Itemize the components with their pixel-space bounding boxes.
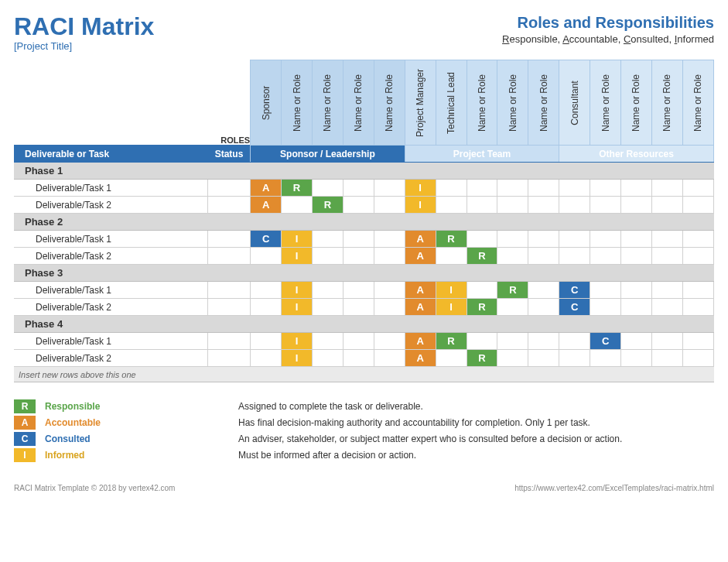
status-cell [208,197,251,214]
raci-cell [312,231,343,248]
task-name: Deliverable/Task 1 [14,282,208,299]
raci-cell [621,180,652,197]
raci-cell: R [467,248,497,265]
raci-cell [251,282,282,299]
raci-cell [621,197,652,214]
raci-cell [374,350,405,367]
role-header: Name or Role [528,60,559,146]
raci-cell [682,333,713,350]
insert-hint: Insert new rows above this one [14,367,714,382]
phase-header: Phase 3 [14,265,714,282]
role-header: Name or Role [651,60,682,146]
raci-cell [343,282,374,299]
raci-cell [651,180,682,197]
raci-cell [343,299,374,316]
raci-cell [497,333,528,350]
task-name: Deliverable/Task 1 [14,333,208,350]
raci-cell: C [559,299,590,316]
raci-cell [436,180,467,197]
raci-cell [528,231,559,248]
task-name: Deliverable/Task 1 [14,231,208,248]
raci-cell: A [405,333,436,350]
raci-cell [436,248,467,265]
table-row: Deliverable/Task 2ARI [14,197,714,214]
raci-cell [374,197,405,214]
group-header: Sponsor / Leadership [251,146,405,163]
table-row: Deliverable/Task 1CIAR [14,231,714,248]
table-row: Deliverable/Task 1IARC [14,333,714,350]
group-header: Other Resources [559,146,714,163]
legend-swatch: A [14,416,36,430]
raci-cell [559,248,590,265]
raci-cell [590,350,621,367]
role-header: Project Manager [405,60,436,146]
raci-cell: I [436,299,467,316]
role-header: Name or Role [682,60,713,146]
raci-cell [590,197,621,214]
raci-cell [312,299,343,316]
table-row: Deliverable/Task 2IAIRC [14,299,714,316]
legend-name: Informed [45,450,130,461]
raci-cell [374,333,405,350]
raci-cell [528,248,559,265]
status-cell [208,350,251,367]
task-name: Deliverable/Task 2 [14,197,208,214]
raci-cell [343,180,374,197]
raci-cell [497,180,528,197]
raci-cell [651,299,682,316]
raci-cell [590,180,621,197]
raci-matrix: ROLESSponsorName or RoleName or RoleName… [14,60,714,382]
raci-cell: R [436,333,467,350]
subtitle: Roles and Responsibilities [502,14,714,32]
raci-cell [682,350,713,367]
raci-cell: R [467,350,497,367]
raci-cell [497,299,528,316]
legend-desc: An adviser, stakeholder, or subject matt… [238,433,622,444]
raci-cell: A [405,231,436,248]
raci-cell [651,231,682,248]
raci-cell [559,197,590,214]
raci-cell [436,350,467,367]
raci-cell [374,180,405,197]
raci-cell [251,350,282,367]
raci-cell [374,248,405,265]
raci-cell: C [251,231,282,248]
raci-cell [467,333,497,350]
status-cell [208,299,251,316]
legend-swatch: C [14,432,36,446]
raci-cell [436,197,467,214]
legend-row: RResponsibleAssigned to complete the tas… [14,399,714,413]
raci-cell [343,248,374,265]
raci-cell [497,350,528,367]
table-row: Deliverable/Task 1IAIRC [14,282,714,299]
task-name: Deliverable/Task 2 [14,248,208,265]
task-name: Deliverable/Task 2 [14,350,208,367]
raci-cell [682,231,713,248]
raci-cell [528,282,559,299]
raci-cell [559,231,590,248]
role-header: Name or Role [312,60,343,146]
raci-cell [528,350,559,367]
raci-cell [251,248,282,265]
raci-cell [528,333,559,350]
status-cell [208,282,251,299]
raci-cell [559,180,590,197]
raci-cell [497,197,528,214]
raci-cell [528,197,559,214]
raci-cell: I [405,180,436,197]
raci-cell [497,231,528,248]
raci-cell [621,299,652,316]
phase-header: Phase 4 [14,316,714,333]
raci-cell [343,197,374,214]
raci-cell [374,282,405,299]
table-row: Deliverable/Task 2IAR [14,350,714,367]
raci-cell [590,299,621,316]
page-title: RACI Matrix [14,14,154,39]
raci-cell: R [467,299,497,316]
status-cell [208,333,251,350]
status-cell [208,180,251,197]
raci-cell [682,248,713,265]
raci-cell [251,299,282,316]
raci-cell [467,197,497,214]
legend-desc: Assigned to complete the task or deliver… [238,401,423,412]
